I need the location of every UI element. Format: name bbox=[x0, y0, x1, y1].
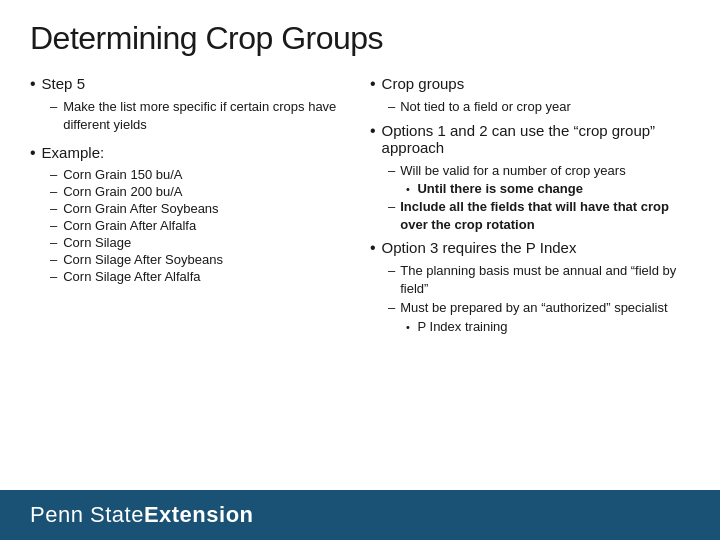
bullet-dot-3: • bbox=[370, 76, 376, 92]
example-bullet: • Example: bbox=[30, 144, 350, 161]
option3-bullet: • Option 3 requires the P Index bbox=[370, 239, 690, 256]
bullet-dot-2: • bbox=[30, 145, 36, 161]
example-text: Corn Grain 150 bu/A bbox=[63, 167, 182, 182]
option3-label: Option 3 requires the P Index bbox=[382, 239, 577, 256]
footer-text-light: Penn State bbox=[30, 502, 144, 528]
example-text: Corn Grain After Alfalfa bbox=[63, 218, 196, 233]
step5-bullet: • Step 5 bbox=[30, 75, 350, 92]
bullet-dot: • bbox=[30, 76, 36, 92]
example-section: • Example: – Corn Grain 150 bu/A – Corn … bbox=[30, 144, 350, 284]
list-item: – Corn Silage bbox=[50, 235, 350, 250]
dash: – bbox=[50, 269, 57, 284]
sub-bullet: • bbox=[406, 183, 410, 195]
dash: – bbox=[388, 162, 395, 180]
example-list: – Corn Grain 150 bu/A – Corn Grain 200 b… bbox=[50, 167, 350, 284]
dash: – bbox=[388, 262, 395, 280]
list-item: – Corn Grain 200 bu/A bbox=[50, 184, 350, 199]
dash: – bbox=[388, 299, 395, 317]
list-item: – Not tied to a field or crop year bbox=[388, 98, 690, 116]
content-area: Determining Crop Groups • Step 5 – Make … bbox=[0, 0, 720, 490]
example-label: Example: bbox=[42, 144, 105, 161]
right-column: • Crop groups – Not tied to a field or c… bbox=[370, 75, 690, 480]
footer-text-bold: Extension bbox=[144, 502, 254, 528]
dash: – bbox=[50, 201, 57, 216]
dash: – bbox=[50, 252, 57, 267]
option3-sub2-text: Must be prepared by an “authorized” spec… bbox=[400, 299, 667, 317]
dash: – bbox=[388, 198, 395, 216]
sub-bullet-2: • bbox=[406, 321, 410, 333]
options-sub3-text: Include all the fields that will have th… bbox=[400, 198, 690, 233]
dash: – bbox=[50, 235, 57, 250]
list-item: – The planning basis must be annual and … bbox=[388, 262, 690, 297]
slide: Determining Crop Groups • Step 5 – Make … bbox=[0, 0, 720, 540]
option3-sub3-text: P Index training bbox=[417, 319, 507, 334]
dash: – bbox=[50, 167, 57, 182]
bullet-dot-4: • bbox=[370, 123, 376, 139]
bullet-dot-5: • bbox=[370, 240, 376, 256]
option3-sub: – The planning basis must be annual and … bbox=[388, 262, 690, 334]
list-item: – Include all the fields that will have … bbox=[388, 198, 690, 233]
options-bullet: • Options 1 and 2 can use the “crop grou… bbox=[370, 122, 690, 156]
list-item: – Corn Grain After Alfalfa bbox=[50, 218, 350, 233]
example-text: Corn Silage bbox=[63, 235, 131, 250]
option3-sub1-text: The planning basis must be annual and “f… bbox=[400, 262, 690, 297]
example-text: Corn Grain 200 bu/A bbox=[63, 184, 182, 199]
list-item: – Corn Silage After Alfalfa bbox=[50, 269, 350, 284]
step5-sub-text: Make the list more specific if certain c… bbox=[63, 98, 350, 134]
list-item: – Corn Silage After Soybeans bbox=[50, 252, 350, 267]
until-change-item: • Until there is some change bbox=[406, 181, 690, 196]
dash: – bbox=[50, 184, 57, 199]
crop-groups-sub-text: Not tied to a field or crop year bbox=[400, 98, 571, 116]
options-label: Options 1 and 2 can use the “crop group”… bbox=[382, 122, 690, 156]
example-text: Corn Silage After Alfalfa bbox=[63, 269, 200, 284]
crop-groups-sub: – Not tied to a field or crop year bbox=[388, 98, 690, 116]
example-text: Corn Silage After Soybeans bbox=[63, 252, 223, 267]
list-item: – Corn Grain After Soybeans bbox=[50, 201, 350, 216]
dash: – bbox=[388, 98, 395, 116]
crop-groups-bullet: • Crop groups bbox=[370, 75, 690, 92]
crop-groups-label: Crop groups bbox=[382, 75, 465, 92]
options-sub: – Will be valid for a number of crop yea… bbox=[388, 162, 690, 234]
example-text: Corn Grain After Soybeans bbox=[63, 201, 218, 216]
two-column-layout: • Step 5 – Make the list more specific i… bbox=[30, 75, 690, 480]
p-index-item: • P Index training bbox=[406, 319, 690, 334]
step5-sub-item: – Make the list more specific if certain… bbox=[50, 98, 350, 134]
slide-title: Determining Crop Groups bbox=[30, 20, 690, 57]
step5-sublist: – Make the list more specific if certain… bbox=[50, 98, 350, 134]
options-sub2-text: Until there is some change bbox=[417, 181, 582, 196]
list-item: – Must be prepared by an “authorized” sp… bbox=[388, 299, 690, 317]
left-column: • Step 5 – Make the list more specific i… bbox=[30, 75, 350, 480]
footer: Penn State Extension bbox=[0, 490, 720, 540]
list-item: – Corn Grain 150 bu/A bbox=[50, 167, 350, 182]
dash-icon: – bbox=[50, 98, 57, 116]
list-item: – Will be valid for a number of crop yea… bbox=[388, 162, 690, 180]
options-sub1-text: Will be valid for a number of crop years bbox=[400, 162, 625, 180]
dash: – bbox=[50, 218, 57, 233]
step5-label: Step 5 bbox=[42, 75, 85, 92]
